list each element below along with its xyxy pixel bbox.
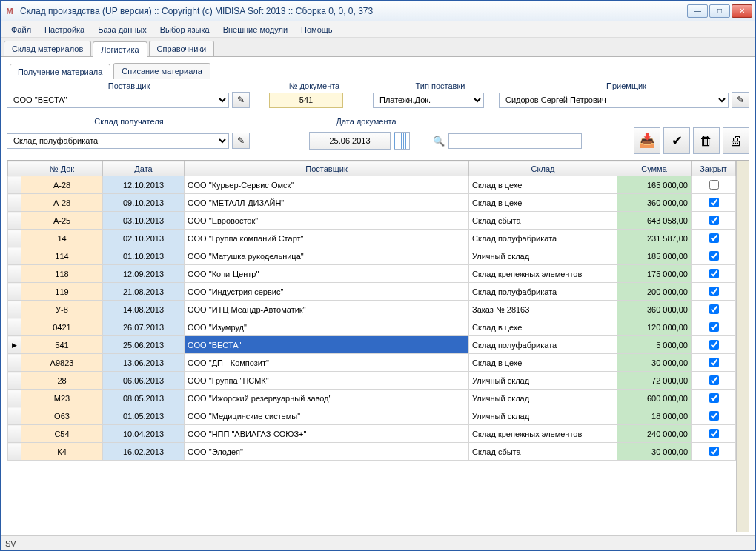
label-delivery-type: Тип поставки <box>377 81 503 90</box>
table-row[interactable]: А982313.06.2013ООО "ДП - Композит"Склад … <box>8 354 736 372</box>
table-row[interactable]: 11812.09.2013ООО "Копи-Центр"Склад крепе… <box>8 265 736 283</box>
closed-checkbox[interactable] <box>709 393 719 403</box>
cell-date: 14.08.2013 <box>103 301 185 318</box>
closed-checkbox[interactable] <box>709 322 719 332</box>
tab-references[interactable]: Справочники <box>149 41 215 56</box>
col-date[interactable]: Дата <box>103 161 185 176</box>
docnum-field[interactable]: 541 <box>269 93 343 108</box>
docdate-field[interactable]: 25.06.2013 <box>309 132 391 150</box>
table-row[interactable]: М2308.05.2013ООО "Ижорский резервуарный … <box>8 390 736 407</box>
cell-supplier: ООО "НПП "АВИАГАЗ-СОЮЗ+" <box>185 425 469 443</box>
cell-warehouse: Склад полуфабриката <box>469 230 617 247</box>
closed-checkbox[interactable] <box>709 447 719 456</box>
cell-date: 12.09.2013 <box>103 265 185 283</box>
table-row[interactable]: О6301.05.2013ООО "Медицинские системы"Ул… <box>8 407 736 425</box>
closed-checkbox[interactable] <box>709 429 719 438</box>
table-row[interactable]: А-2809.10.2013ООО "МЕТАЛЛ-ДИЗАЙН"Склад в… <box>8 194 736 212</box>
table-row[interactable]: 11401.10.2013ООО "Матушка рукодельница"У… <box>8 247 736 265</box>
vertical-scrollbar[interactable] <box>736 161 749 532</box>
cell-supplier: ООО "МЕТАЛЛ-ДИЗАЙН" <box>185 194 469 212</box>
data-grid: № Док Дата Поставщик Склад Сумма Закрыт … <box>7 160 749 532</box>
menu-help[interactable]: Помощь <box>295 24 339 36</box>
closed-checkbox[interactable] <box>709 375 719 385</box>
closed-checkbox[interactable] <box>709 269 719 278</box>
menu-file[interactable]: Файл <box>5 24 37 36</box>
row-indicator: ▶ <box>8 336 21 354</box>
supplier-edit-button[interactable]: ✎ <box>232 92 250 108</box>
cell-closed <box>692 212 736 230</box>
table-row[interactable]: А-2503.10.2013ООО "Евровосток"Склад сбыт… <box>8 212 736 230</box>
search-input[interactable] <box>448 133 582 149</box>
import-button[interactable]: 📥 <box>634 127 660 154</box>
cell-closed <box>692 425 736 443</box>
cell-sum: 643 058,00 <box>617 212 692 230</box>
closed-checkbox[interactable] <box>709 340 719 350</box>
cell-warehouse: Заказ № 28163 <box>469 301 617 318</box>
table-row[interactable]: С5410.04.2013ООО "НПП "АВИАГАЗ-СОЮЗ+"Скл… <box>8 425 736 443</box>
app-icon: M <box>4 5 16 17</box>
table-row[interactable]: 11921.08.2013ООО "Индустрия сервис"Склад… <box>8 283 736 301</box>
tab-logistics[interactable]: Логистика <box>93 41 147 57</box>
maximize-button[interactable]: □ <box>709 4 730 18</box>
supplier-select[interactable]: ООО "ВЕСТА" <box>7 93 229 108</box>
cell-doc: 28 <box>21 372 103 390</box>
receiver-edit-button[interactable]: ✎ <box>732 92 749 108</box>
closed-checkbox[interactable] <box>709 304 719 314</box>
warehouse-edit-button[interactable]: ✎ <box>232 133 250 149</box>
row-indicator <box>8 230 21 247</box>
calendar-icon[interactable] <box>394 132 410 150</box>
col-warehouse[interactable]: Склад <box>469 161 617 176</box>
tab-materials[interactable]: Склад материалов <box>4 41 91 56</box>
table-row[interactable]: У-814.08.2013ООО "ИТЦ Меандр-Автоматик"З… <box>8 301 736 318</box>
cell-closed <box>692 301 736 318</box>
closed-checkbox[interactable] <box>709 411 719 421</box>
label-receiver: Приемщик <box>503 81 749 90</box>
closed-checkbox[interactable] <box>709 198 719 207</box>
col-supplier[interactable]: Поставщик <box>185 161 469 176</box>
menu-language[interactable]: Выбор языка <box>154 24 216 36</box>
row-indicator <box>8 390 21 407</box>
subtab-writeoff[interactable]: Списание материала <box>113 63 210 79</box>
sub-tabstrip: Получение материала Списание материала <box>7 60 749 79</box>
print-button[interactable]: 🖨 <box>723 127 749 154</box>
closed-checkbox[interactable] <box>709 287 719 296</box>
menu-database[interactable]: База данных <box>92 24 153 36</box>
cell-supplier: ООО "Группа компаний Старт" <box>185 230 469 247</box>
cell-supplier: ООО "Евровосток" <box>185 212 469 230</box>
cell-closed <box>692 336 736 354</box>
warehouse-select[interactable]: Склад полуфабриката <box>7 133 229 149</box>
col-doc[interactable]: № Док <box>21 161 103 176</box>
delivery-type-select[interactable]: Платежн.Док. <box>373 93 484 108</box>
cell-warehouse: Уличный склад <box>469 407 617 425</box>
table-row[interactable]: А-2812.10.2013ООО "Курьер-Сервис Омск"Ск… <box>8 176 736 194</box>
table-row[interactable]: К416.02.2013ООО "Элодея"Склад сбыта30 00… <box>8 443 736 461</box>
cell-doc: 541 <box>21 336 103 354</box>
col-sum[interactable]: Сумма <box>617 161 692 176</box>
closed-checkbox[interactable] <box>709 233 719 243</box>
cell-warehouse: Склад полуфабриката <box>469 283 617 301</box>
closed-checkbox[interactable] <box>709 216 719 225</box>
delete-button[interactable]: 🗑 <box>693 127 720 154</box>
cell-warehouse: Склад полуфабриката <box>469 336 617 354</box>
close-button[interactable]: ✕ <box>732 4 752 18</box>
cell-supplier: ООО "Ижорский резервуарный завод" <box>185 390 469 407</box>
closed-checkbox[interactable] <box>709 358 719 367</box>
table-row[interactable]: 042126.07.2013ООО "Изумруд"Склад в цехе1… <box>8 318 736 336</box>
content-area: Получение материала Списание материала П… <box>1 57 755 535</box>
cell-supplier: ООО "Копи-Центр" <box>185 265 469 283</box>
minimize-button[interactable]: — <box>687 4 708 18</box>
cell-closed <box>692 176 736 194</box>
table-row[interactable]: ▶54125.06.2013ООО "ВЕСТА"Склад полуфабри… <box>8 336 736 354</box>
subtab-receive[interactable]: Получение материала <box>10 64 110 79</box>
check-all-button[interactable]: ✔ <box>663 127 690 154</box>
table-row[interactable]: 1402.10.2013ООО "Группа компаний Старт"С… <box>8 230 736 247</box>
closed-checkbox[interactable] <box>709 180 719 190</box>
cell-doc: А9823 <box>21 354 103 372</box>
table-row[interactable]: 2806.06.2013ООО "Группа "ПСМК"Уличный ск… <box>8 372 736 390</box>
cell-supplier: ООО "Элодея" <box>185 443 469 461</box>
menu-settings[interactable]: Настройка <box>39 24 90 36</box>
receiver-select[interactable]: Сидоров Сергей Петрович <box>499 93 729 108</box>
col-closed[interactable]: Закрыт <box>692 161 736 176</box>
closed-checkbox[interactable] <box>709 251 719 261</box>
menu-external[interactable]: Внешние модули <box>217 24 294 36</box>
